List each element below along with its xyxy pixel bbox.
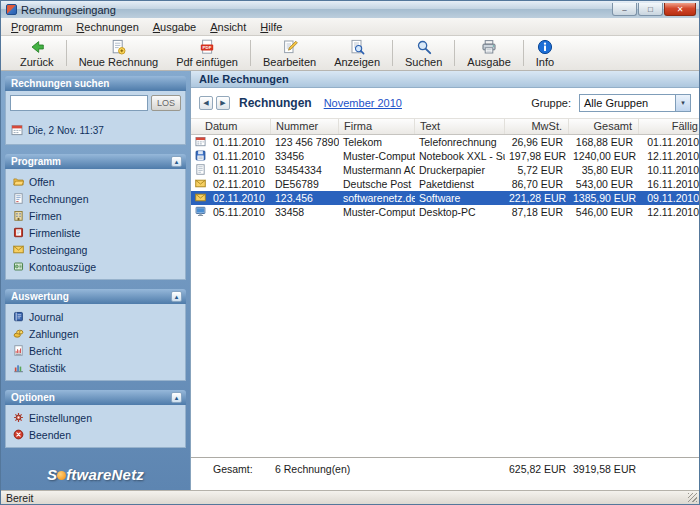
sidebar-item-label: Beenden	[29, 429, 71, 441]
app-window: Rechnungseingang – □ ✕ ProgrammRechnunge…	[0, 0, 700, 505]
toolbar-anzeigen-label: Anzeigen	[334, 56, 380, 68]
sidebar-item-einstellungen[interactable]: Einstellungen	[10, 409, 181, 426]
toolbar-separator	[392, 40, 393, 66]
menu-item-rechnungen[interactable]: Rechnungen	[69, 19, 145, 35]
sidebar-item-label: Offen	[29, 176, 55, 188]
sidebar-section-auswertung: Auswertung▴Journal€ZahlungenBerichtStati…	[5, 289, 186, 381]
section-header-programm: Programm▴	[5, 154, 186, 169]
cell-mwst: 86,70 EUR	[505, 177, 569, 191]
status-text: Bereit	[6, 492, 33, 504]
sidebar-item-label: Firmenliste	[29, 227, 80, 239]
dropdown-arrow-icon: ▾	[675, 95, 690, 111]
app-icon	[6, 4, 17, 15]
content-area: Rechnungen suchen LOS Die, 2 Nov. 11:37 …	[1, 71, 699, 490]
table-header-row: DatumNummerFirmaTextMwSt.GesamtFälligOff…	[191, 118, 699, 135]
footer-mwst-total: 625,82 EUR	[505, 463, 569, 475]
column-header-nummer[interactable]: Nummer	[271, 119, 339, 134]
column-header-faellig[interactable]: Fällig	[639, 119, 700, 134]
table-row-5[interactable]: 02.11.2010123.456softwarenetz.deSoftware…	[191, 191, 699, 205]
collapse-button[interactable]: ▴	[171, 291, 182, 302]
cell-faellig: 16.11.2010	[639, 177, 699, 191]
edit-icon	[282, 39, 298, 55]
menu-item-ansicht[interactable]: Ansicht	[203, 19, 253, 35]
table-row-1[interactable]: 01.11.2010123 456 7890TelekomTelefonrech…	[191, 135, 699, 149]
printer-icon	[481, 39, 497, 55]
cell-firma: Mustermann AG	[339, 163, 415, 177]
cell-nummer: 33458	[271, 205, 339, 219]
cell-nummer: 53454334	[271, 163, 339, 177]
info-icon	[537, 39, 553, 55]
table-row-2[interactable]: 01.11.201033456Muster-ComputerNotebook X…	[191, 149, 699, 163]
sidebar-item-bericht[interactable]: Bericht	[10, 342, 181, 359]
menu-item-hilfe[interactable]: Hilfe	[253, 19, 289, 35]
menu-item-ausgabe[interactable]: Ausgabe	[146, 19, 203, 35]
table-row-4[interactable]: 02.11.2010DE56789Deutsche PostPaketdiens…	[191, 177, 699, 191]
sidebar-item-label: Posteingang	[29, 244, 87, 256]
sidebar-item-rechnungen[interactable]: Rechnungen	[10, 190, 181, 207]
collapse-button[interactable]: ▴	[171, 392, 182, 403]
toolbar-pdf-einfuegen-button[interactable]: PDFPdf einfügen	[167, 37, 247, 69]
statistics-icon	[13, 362, 24, 373]
previous-month-button[interactable]: ◀	[199, 96, 213, 110]
toolbar-anzeigen-button[interactable]: Anzeigen	[325, 37, 389, 69]
sidebar-item-statistik[interactable]: Statistik	[10, 359, 181, 376]
sidebar-item-kontoauszuge[interactable]: Kontoauszüge	[10, 258, 181, 275]
search-panel: Rechnungen suchen LOS Die, 2 Nov. 11:37	[5, 76, 186, 145]
resize-grip[interactable]	[688, 493, 697, 502]
titlebar: Rechnungseingang – □ ✕	[1, 1, 699, 18]
cell-nummer: 33456	[271, 149, 339, 163]
column-header-text[interactable]: Text	[415, 119, 505, 134]
footer-invoice-count: 6 Rechnung(en)	[271, 463, 415, 475]
period-link[interactable]: November 2010	[324, 97, 402, 109]
cell-faellig: 09.11.2010	[639, 191, 699, 205]
sidebar-item-beenden[interactable]: Beenden	[10, 426, 181, 443]
toolbar-bearbeiten-label: Bearbeiten	[263, 56, 316, 68]
cell-text: Desktop-PC	[415, 205, 505, 219]
row-type-icon-cell	[191, 177, 209, 191]
sidebar-item-offen[interactable]: Offen	[10, 173, 181, 190]
cell-gesamt: 1385,90 EUR	[569, 191, 639, 205]
toolbar-suchen-button[interactable]: Suchen	[396, 37, 451, 69]
cell-firma: Deutsche Post	[339, 177, 415, 191]
group-select[interactable]: Alle Gruppen ▾	[579, 94, 691, 112]
cell-datum: 05.11.2010	[209, 205, 271, 219]
toolbar-neue-rechnung-label: Neue Rechnung	[79, 56, 159, 68]
table-footer: Gesamt:6 Rechnung(en)625,82 EUR3919,58 E…	[191, 457, 699, 477]
cell-firma: Telekom	[339, 135, 415, 149]
row-type-icon-cell	[191, 135, 209, 149]
column-header-mwst[interactable]: MwSt.	[505, 119, 569, 134]
menu-item-programm[interactable]: Programm	[4, 19, 69, 35]
column-header-firma[interactable]: Firma	[339, 119, 415, 134]
close-button[interactable]: ✕	[664, 3, 696, 16]
sidebar-item-firmenliste[interactable]: Firmenliste	[10, 224, 181, 241]
softwarenetz-logo: SftwareNetz	[5, 466, 186, 486]
sidebar-item-firmen[interactable]: Firmen	[10, 207, 181, 224]
toolbar-ausgabe-button[interactable]: Ausgabe	[458, 37, 519, 69]
search-input[interactable]	[10, 95, 148, 111]
minimize-button[interactable]: –	[612, 3, 637, 16]
collapse-button[interactable]: ▴	[171, 156, 182, 167]
maximize-button[interactable]: □	[638, 3, 663, 16]
sidebar-item-label: Bericht	[29, 345, 62, 357]
main-body: ◀ ▶ Rechnungen November 2010 Gruppe: All…	[191, 88, 699, 490]
toolbar-bearbeiten-button[interactable]: Bearbeiten	[254, 37, 325, 69]
column-header-gesamt[interactable]: Gesamt	[569, 119, 639, 134]
sidebar-item-journal[interactable]: Journal	[10, 308, 181, 325]
table-row-3[interactable]: 01.11.201053454334Mustermann AGDruckerpa…	[191, 163, 699, 177]
toolbar-info-button[interactable]: Info	[527, 37, 563, 69]
next-month-button[interactable]: ▶	[216, 96, 230, 110]
toolbar-zurueck-button[interactable]: Zurück	[11, 37, 63, 69]
toolbar-neue-rechnung-button[interactable]: Neue Rechnung	[70, 37, 168, 69]
calendar-icon	[195, 136, 209, 147]
table-row-6[interactable]: 05.11.201033458Muster-ComputerDesktop-PC…	[191, 205, 699, 219]
toolbar-separator	[66, 40, 67, 66]
open-folder-icon	[13, 176, 24, 187]
search-go-button[interactable]: LOS	[151, 95, 181, 111]
cell-mwst: 87,18 EUR	[505, 205, 569, 219]
toolbar-suchen-label: Suchen	[405, 56, 442, 68]
sidebar-item-zahlungen[interactable]: €Zahlungen	[10, 325, 181, 342]
column-header-datum[interactable]: Datum	[191, 119, 271, 134]
sidebar-item-posteingang[interactable]: Posteingang	[10, 241, 181, 258]
search-panel-body: LOS Die, 2 Nov. 11:37	[5, 91, 186, 145]
date-display: Die, 2 Nov. 11:37	[28, 125, 104, 136]
